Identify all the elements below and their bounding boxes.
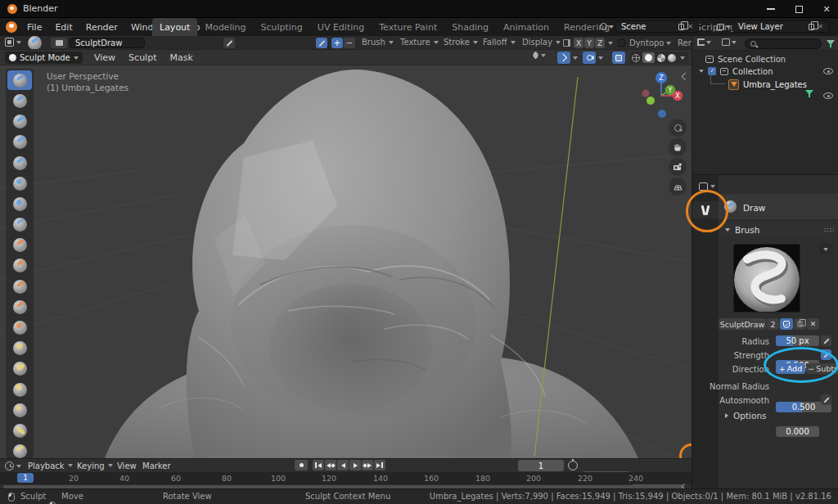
timeline-editor-type-button[interactable] xyxy=(5,461,21,470)
play-button[interactable] xyxy=(349,460,361,470)
toolbar-tool-scrape[interactable] xyxy=(7,297,32,317)
toolbar-tool-blob[interactable] xyxy=(7,194,32,214)
outliner-search-input[interactable] xyxy=(745,38,822,49)
play-reverse-button[interactable] xyxy=(337,460,349,470)
brush-preview-expand-button[interactable] xyxy=(819,244,832,254)
jump-to-start-button[interactable] xyxy=(313,460,324,470)
texture-popover[interactable]: Texture xyxy=(400,38,439,47)
unlink-scene-icon[interactable]: ✕ xyxy=(687,23,693,30)
menu-file[interactable]: File xyxy=(21,22,47,33)
workspace-tab-texture-paint[interactable]: Texture Paint xyxy=(372,18,444,36)
close-button[interactable]: ✕ xyxy=(815,0,838,18)
outliner-row-object[interactable]: Umbra_Legates xyxy=(728,79,807,90)
falloff-popover[interactable]: Falloff xyxy=(483,38,516,47)
timeline-ruler[interactable]: 20 40 60 80 100 120 140 160 180 200 220 … xyxy=(0,472,692,484)
workspace-tab-shading[interactable]: Shading xyxy=(444,18,496,36)
minimize-button[interactable] xyxy=(759,0,782,18)
solid-shading-button[interactable] xyxy=(642,52,655,63)
pan-button[interactable] xyxy=(669,138,687,156)
view-layer-name[interactable]: View Layer xyxy=(738,22,783,31)
outliner-display-mode-dropdown[interactable] xyxy=(722,38,737,46)
panel-drag-handle[interactable] xyxy=(823,227,834,232)
show-gizmo-dropdown[interactable] xyxy=(533,52,546,58)
toolbar-tool-grab[interactable] xyxy=(7,338,32,358)
app-menu-icon[interactable] xyxy=(6,21,17,33)
collection-visibility-icon[interactable] xyxy=(823,68,833,74)
fake-user-toggle[interactable]: ✓ xyxy=(780,318,793,330)
toolbar-tool-pose[interactable] xyxy=(7,421,32,440)
workspace-tab-uv-editing[interactable]: UV Editing xyxy=(310,18,372,36)
strength-pressure-button[interactable] xyxy=(821,349,831,360)
mirror-z-toggle[interactable]: Z xyxy=(595,38,605,48)
workspace-tab-layout[interactable]: Layout xyxy=(152,18,197,36)
show-gizmos-toggle[interactable] xyxy=(557,52,570,64)
object-visibility-icon[interactable] xyxy=(823,92,833,99)
new-scene-icon[interactable] xyxy=(678,24,684,30)
auto-keying-button[interactable] xyxy=(295,460,308,470)
maximize-button[interactable] xyxy=(787,0,810,18)
toolbar-tool-nudge[interactable] xyxy=(7,441,32,458)
toolbar-tool-flatten[interactable] xyxy=(7,255,32,275)
scene-selector[interactable]: Scene ✕ xyxy=(600,20,699,33)
browse-brush-button[interactable] xyxy=(51,38,67,48)
toolbar-tool-clay-strips[interactable] xyxy=(7,132,32,151)
autosmooth-field[interactable]: 0.000 xyxy=(776,426,819,437)
direction-add-button[interactable]: +Add xyxy=(776,363,805,374)
camera-view-button[interactable] xyxy=(669,158,687,176)
viewport-3d[interactable]: User Perspective (1) Umbra_Legates xyxy=(0,65,692,458)
toolbar-tool-smooth[interactable] xyxy=(7,235,32,254)
wireframe-shading-icon[interactable] xyxy=(632,54,640,62)
view-layer-selector[interactable]: View Layer ✕ xyxy=(717,20,829,33)
toolbar-tool-crease[interactable] xyxy=(7,214,32,234)
strength-pressure-button[interactable] xyxy=(316,38,327,48)
current-frame-field[interactable]: 1 xyxy=(518,460,564,471)
radius-pressure-button[interactable] xyxy=(821,335,831,346)
mirror-x-toggle[interactable]: X xyxy=(574,38,583,48)
brush-name-field[interactable]: SculptDraw xyxy=(70,38,145,48)
toolbar-tool-elastic-deform[interactable] xyxy=(7,358,32,378)
active-brush-icon[interactable] xyxy=(28,36,42,50)
toolbar-tool-clay[interactable] xyxy=(7,111,32,131)
toolbar-tool-draw[interactable] xyxy=(7,70,32,90)
remove-view-layer-icon[interactable]: ✕ xyxy=(818,23,823,30)
toolbar-tool-thumb[interactable] xyxy=(7,400,32,420)
menu-edit[interactable]: Edit xyxy=(49,22,78,33)
workspace-tab-sculpting[interactable]: Sculpting xyxy=(253,18,309,36)
outliner-filter-dropdown[interactable] xyxy=(697,38,711,46)
object-filter-icon[interactable] xyxy=(805,90,813,95)
brush-users-button[interactable]: 2 xyxy=(767,318,779,330)
view-menu[interactable]: View xyxy=(117,461,137,471)
remesh-label-clipped[interactable]: Rem xyxy=(678,38,692,47)
menu-render[interactable]: Render xyxy=(80,22,124,33)
menu-view[interactable]: View xyxy=(88,52,121,63)
properties-editor-type-button[interactable] xyxy=(699,182,715,191)
playhead[interactable]: 1 xyxy=(17,473,34,483)
zoom-button[interactable] xyxy=(669,119,687,137)
brush-popover[interactable]: Brush xyxy=(362,38,394,47)
show-overlays-toggle[interactable] xyxy=(583,52,596,64)
mode-selector[interactable]: Sculpt Mode xyxy=(5,52,83,64)
dyntopo-label[interactable]: Dyntopo xyxy=(629,38,664,47)
scene-name[interactable]: Scene xyxy=(621,22,647,31)
marker-menu[interactable]: Marker xyxy=(142,461,171,471)
expand-icon[interactable] xyxy=(699,70,703,73)
unlink-brush-button[interactable]: ✕ xyxy=(807,318,819,330)
perspective-toggle-button[interactable] xyxy=(669,178,687,196)
direction-subtract-button[interactable]: −Subtr xyxy=(806,363,838,374)
brush-panel-header[interactable]: Brush xyxy=(719,223,838,236)
properties-tab-tool[interactable] xyxy=(692,201,719,218)
direction-subtract-toggle[interactable]: − xyxy=(344,38,355,48)
editor-type-button[interactable] xyxy=(5,38,21,47)
duplicate-brush-button[interactable] xyxy=(794,318,806,330)
menu-sculpt[interactable]: Sculpt xyxy=(123,52,162,63)
outliner-row-scene-collection[interactable]: Scene Collection xyxy=(705,53,786,65)
material-shading-icon[interactable] xyxy=(657,54,665,62)
options-subpanel[interactable]: Options xyxy=(725,411,767,421)
menu-mask[interactable]: Mask xyxy=(164,52,198,63)
toolbar-tool-snake-hook[interactable] xyxy=(7,380,32,399)
toolbar-tool-layer[interactable] xyxy=(7,153,32,173)
toolbar-tool-fill[interactable] xyxy=(7,277,32,296)
display-popover[interactable]: Display xyxy=(522,38,561,47)
stroke-popover[interactable]: Stroke xyxy=(444,38,478,47)
toolbar-tool-inflate[interactable] xyxy=(7,173,32,193)
